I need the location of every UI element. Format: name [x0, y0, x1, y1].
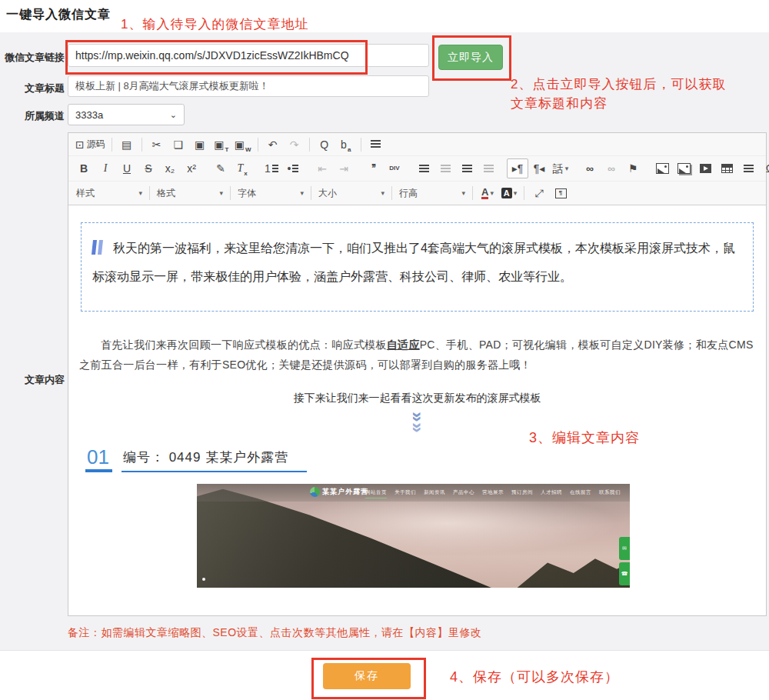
toolbar-separator: [309, 138, 310, 152]
strikethrough-button[interactable]: S: [138, 158, 159, 178]
paste-button[interactable]: ▣: [189, 135, 211, 155]
maximize-button[interactable]: ⤢: [528, 183, 550, 203]
line-height-dropdown[interactable]: 行高▾: [396, 184, 468, 202]
preview-nav-item: 关于我们: [394, 489, 416, 498]
blockquote-button[interactable]: ’’: [362, 158, 384, 178]
text-direction-rtl-icon: ¶◂: [534, 163, 545, 174]
bold-button[interactable]: B: [73, 158, 95, 178]
import-now-button[interactable]: 立即导入: [438, 45, 503, 70]
preview-nav-item: 产品中心: [453, 489, 474, 498]
underline-button[interactable]: U: [116, 158, 138, 178]
image-button[interactable]: [651, 158, 673, 178]
horizontal-rule-icon: [744, 165, 754, 173]
chevron-double-down-icon: »: [412, 412, 423, 443]
format-dropdown[interactable]: 格式▾: [154, 184, 226, 202]
link-field-label: 微信文章链接: [0, 51, 65, 65]
paste-from-word-button[interactable]: ▣W: [232, 135, 254, 155]
maximize-icon: ⤢: [534, 188, 543, 198]
anchor-button[interactable]: ⚑: [622, 158, 644, 178]
channel-select-value: 3333a: [75, 109, 103, 121]
font-dropdown[interactable]: 字体▾: [235, 184, 307, 202]
paste-plain-text-button[interactable]: ▣T: [211, 135, 232, 155]
remove-format-icon-sub: x: [244, 170, 247, 178]
cut-icon: ✂: [152, 139, 161, 150]
underline-icon: U: [123, 163, 131, 174]
bulleted-list-button[interactable]: •: [282, 158, 304, 178]
editor-toolbar-row1: ⊡源码▤✂❏▣▣T▣W↶↷Qba: [68, 133, 766, 156]
copy-formatting-icon: ✎: [216, 163, 225, 174]
increase-indent-button: ⇥: [333, 158, 355, 178]
div-container-button[interactable]: DIV: [384, 158, 405, 178]
article-title-input[interactable]: [68, 75, 429, 97]
source-button[interactable]: ⊡源码: [73, 135, 108, 155]
channel-select[interactable]: 3333a ⌄: [68, 104, 185, 125]
italic-button[interactable]: I: [95, 158, 116, 178]
unlink-button: ∞: [601, 158, 622, 178]
template-title: 编号： 0449 某某户外露营: [122, 448, 307, 472]
select-all-button[interactable]: [365, 135, 387, 155]
replace-button[interactable]: ba: [335, 135, 357, 155]
superscript-button[interactable]: x²: [181, 158, 202, 178]
numbered-list-button[interactable]: 1: [261, 158, 282, 178]
annotation-step2: 2、点击立即导入按钮后，可以获取文章标题和内容: [511, 75, 757, 113]
new-page-button[interactable]: ▤: [116, 135, 138, 155]
bulleted-list-icon: •: [288, 163, 291, 174]
find-button[interactable]: Q: [314, 135, 335, 155]
language-button[interactable]: 話▾: [550, 158, 571, 178]
align-justify-icon: [484, 165, 494, 173]
paragraph-text: 首先让我们来再次回顾一下响应式模板的优点：响应式模板: [101, 338, 387, 351]
save-button[interactable]: 保存: [323, 663, 411, 689]
image-gallery-icon: [677, 163, 691, 174]
image-gallery-button[interactable]: [673, 158, 694, 178]
text-direction-ltr-button[interactable]: ▸¶: [507, 158, 528, 178]
unlink-icon: ∞: [608, 163, 615, 174]
chevron-down-icon: ▾: [138, 189, 142, 197]
carousel-dot-icon: [202, 578, 205, 581]
new-page-icon: ▤: [122, 139, 131, 150]
subscript-button[interactable]: x₂: [159, 158, 181, 178]
text-color-button[interactable]: A▾: [477, 183, 498, 203]
text-direction-rtl-button[interactable]: ¶◂: [528, 158, 550, 178]
annotation-step2-line1: 2、点击立即导入按钮后，可以获取: [511, 77, 726, 92]
undo-button[interactable]: ↶: [262, 135, 284, 155]
toolbar-separator: [230, 186, 231, 200]
template-preview-image[interactable]: 某某户外露营 网站首页关于我们新闻资讯产品中心营地展示预订房间人才招聘在线留言联…: [197, 484, 630, 588]
toolbar-separator: [472, 186, 473, 200]
preview-site-header: 某某户外露营 网站首页关于我们新闻资讯产品中心营地展示预订房间人才招聘在线留言联…: [197, 484, 630, 502]
toolbar-separator: [524, 186, 524, 200]
wechat-link-input[interactable]: [68, 44, 429, 67]
chevron-down-icon: ▾: [565, 165, 569, 172]
annotation-step2-line2: 文章标题和内容: [511, 96, 608, 111]
copy-formatting-button[interactable]: ✎: [210, 158, 231, 178]
horizontal-rule-button[interactable]: [737, 158, 759, 178]
editor-content-area[interactable]: 秋天的第一波福利，来这里给您清凉一下，咱们又推出了4套高端大气的滚屏式模板，本次…: [68, 205, 766, 615]
background-color-button[interactable]: A▾: [498, 183, 520, 203]
video-button[interactable]: [694, 158, 716, 178]
chevron-down-icon: ▾: [461, 189, 465, 197]
remove-format-button[interactable]: Tx: [231, 158, 253, 178]
toolbar-separator: [361, 138, 361, 152]
subscript-icon: x₂: [165, 163, 175, 174]
size-dropdown[interactable]: 大小▾: [315, 184, 388, 202]
show-blocks-icon: [555, 188, 567, 198]
preview-site-logo: 某某户外露营: [310, 487, 368, 497]
special-character-button[interactable]: Ω: [759, 158, 769, 178]
text-color-icon: A: [481, 187, 488, 199]
link-icon: ∞: [586, 163, 594, 174]
styles-dropdown[interactable]: 样式▾: [73, 184, 145, 202]
link-button[interactable]: ∞: [579, 158, 601, 178]
show-blocks-button[interactable]: [550, 183, 571, 203]
anchor-icon: ⚑: [628, 163, 638, 174]
paragraph-bold-text: 自适应: [387, 338, 420, 351]
source-label: 源码: [87, 138, 105, 151]
article-paragraph: 首先让我们来再次回顾一下响应式模板的优点：响应式模板自适应PC、手机、PAD；可…: [79, 335, 755, 375]
decrease-indent-button: ⇤: [311, 158, 333, 178]
language-icon: 話: [553, 163, 564, 174]
cut-button[interactable]: ✂: [146, 135, 168, 155]
table-button[interactable]: [716, 158, 737, 178]
copy-button[interactable]: ❏: [168, 135, 189, 155]
align-left-button[interactable]: [413, 158, 434, 178]
chevron-down-icon: ▾: [490, 189, 494, 197]
find-icon: Q: [320, 139, 328, 150]
align-right-button[interactable]: [456, 158, 478, 178]
